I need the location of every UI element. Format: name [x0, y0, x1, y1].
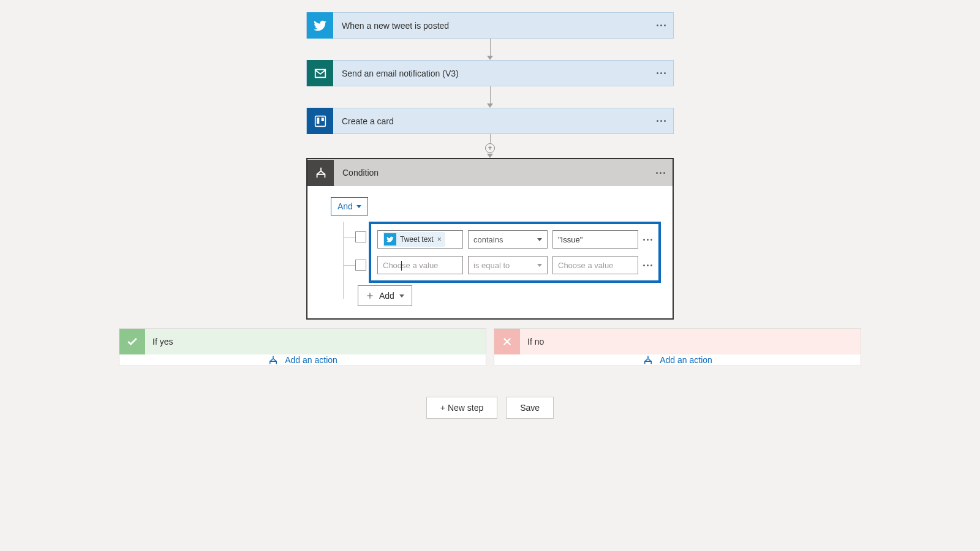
step-send-email[interactable]: Send an email notification (V3): [306, 60, 674, 86]
add-action-label: Add an action: [660, 355, 712, 365]
token-label: Tweet text: [400, 235, 434, 244]
add-action-button[interactable]: Add an action: [268, 354, 337, 365]
connector-add: [485, 134, 495, 158]
condition-rule-row: is equal to: [377, 256, 652, 274]
step-title: When a new tweet is posted: [342, 21, 449, 31]
twitter-icon: [384, 233, 396, 246]
rule-checkbox[interactable]: [355, 260, 366, 271]
rule-right-text: "Issue": [558, 235, 582, 244]
rule-checkbox[interactable]: [355, 231, 366, 242]
text-cursor: [401, 261, 402, 271]
if-no-branch: If no Add an action: [494, 328, 861, 366]
step-trigger-twitter[interactable]: When a new tweet is posted: [306, 12, 674, 39]
step-title: Create a card: [342, 116, 394, 126]
chevron-down-icon: [537, 264, 542, 267]
condition-step: Condition And: [306, 158, 674, 320]
email-icon: [307, 60, 333, 86]
check-icon: [119, 329, 145, 354]
if-no-title: If no: [527, 337, 544, 347]
more-menu-button[interactable]: [657, 61, 666, 86]
twitter-icon: [307, 12, 333, 39]
chevron-down-icon: [399, 294, 404, 298]
save-button[interactable]: Save: [506, 397, 554, 419]
token-remove-button[interactable]: ×: [437, 235, 442, 244]
if-yes-title: If yes: [153, 337, 173, 347]
condition-icon: [307, 160, 334, 186]
connector: [487, 86, 493, 108]
svg-rect-2: [317, 118, 319, 124]
add-rule-button[interactable]: Add: [358, 285, 412, 306]
step-title: Send an email notification (V3): [342, 69, 459, 78]
add-action-button[interactable]: Add an action: [643, 354, 712, 365]
rule-operator-dropdown[interactable]: contains: [468, 230, 548, 249]
rule-more-button[interactable]: [643, 239, 652, 241]
chevron-down-icon: [356, 205, 361, 208]
rule-left-value[interactable]: [377, 256, 463, 274]
add-action-label: Add an action: [285, 355, 337, 365]
save-label: Save: [520, 403, 540, 413]
rule-left-input[interactable]: [383, 261, 458, 270]
condition-rules-highlight: Tweet text × contains "Issue": [369, 222, 661, 283]
rule-right-value[interactable]: [552, 256, 638, 274]
operator-label: is equal to: [473, 261, 510, 270]
trello-icon: [307, 108, 333, 134]
rule-left-value[interactable]: Tweet text ×: [377, 230, 463, 249]
insert-step-button[interactable]: [485, 143, 495, 153]
logic-operator-dropdown[interactable]: And: [331, 197, 368, 216]
if-yes-branch: If yes Add an action: [119, 328, 486, 366]
close-icon: [494, 329, 520, 354]
logic-operator-label: And: [337, 201, 353, 211]
more-menu-button[interactable]: [657, 13, 666, 38]
if-yes-header[interactable]: If yes: [119, 329, 486, 354]
new-step-button[interactable]: + New step: [426, 397, 497, 419]
rule-operator-dropdown[interactable]: is equal to: [468, 256, 548, 274]
condition-title: Condition: [342, 168, 379, 178]
condition-rule-row: Tweet text × contains "Issue": [377, 230, 652, 249]
chevron-down-icon: [537, 238, 542, 241]
svg-rect-3: [321, 118, 323, 121]
more-menu-button[interactable]: [657, 108, 666, 133]
rule-more-button[interactable]: [643, 264, 652, 266]
new-step-label: + New step: [440, 403, 483, 413]
if-no-header[interactable]: If no: [494, 329, 861, 354]
condition-header[interactable]: Condition: [307, 159, 673, 186]
rule-right-input[interactable]: [558, 261, 633, 270]
connector: [487, 39, 493, 60]
more-menu-button[interactable]: [656, 159, 665, 186]
rule-right-value[interactable]: "Issue": [552, 230, 638, 249]
operator-label: contains: [473, 235, 503, 244]
add-rule-label: Add: [379, 291, 394, 301]
step-create-card[interactable]: Create a card: [306, 108, 674, 134]
token-tweet-text: Tweet text ×: [383, 232, 445, 247]
